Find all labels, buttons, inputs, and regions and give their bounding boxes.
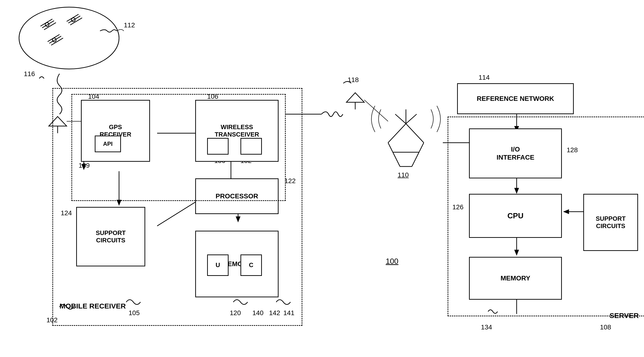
svg-line-38 — [395, 114, 406, 124]
svg-line-7 — [68, 16, 80, 23]
svg-line-6 — [70, 18, 82, 25]
svg-line-2 — [44, 22, 56, 30]
svg-marker-29 — [346, 93, 364, 102]
ref-114: 114 — [478, 74, 490, 81]
server-box — [448, 116, 644, 316]
ref-112: 112 — [124, 21, 135, 29]
svg-line-36 — [388, 124, 406, 143]
reference-network-label: REFERENCE NETWORK — [477, 95, 554, 103]
svg-line-5 — [67, 14, 78, 21]
mobile-receiver-inner-top — [72, 94, 286, 201]
ref-134: 134 — [481, 324, 492, 331]
ref-116: 116 — [24, 70, 35, 78]
svg-point-0 — [19, 7, 119, 69]
mobile-receiver-label: MOBILE RECEIVER — [60, 302, 126, 310]
ref-118: 118 — [348, 76, 359, 84]
svg-line-33 — [412, 143, 424, 166]
svg-line-39 — [406, 114, 417, 124]
svg-line-3 — [42, 21, 54, 28]
diagram: 112 116 104 106 118 114 110 150 152 122 … — [0, 0, 644, 357]
svg-line-11 — [49, 36, 61, 43]
svg-line-9 — [48, 34, 60, 42]
ref-108: 108 — [600, 324, 611, 331]
svg-line-1 — [40, 19, 52, 26]
svg-line-32 — [388, 143, 400, 166]
svg-line-37 — [406, 124, 424, 143]
server-label: SERVER — [610, 312, 639, 320]
ref-110: 110 — [398, 171, 409, 179]
reference-network-box: REFERENCE NETWORK — [457, 83, 574, 114]
svg-line-31 — [364, 100, 388, 121]
svg-line-10 — [51, 38, 63, 45]
ref-100: 100 — [386, 257, 398, 266]
svg-point-4 — [45, 22, 49, 26]
svg-point-12 — [52, 38, 56, 42]
svg-point-8 — [72, 18, 75, 22]
